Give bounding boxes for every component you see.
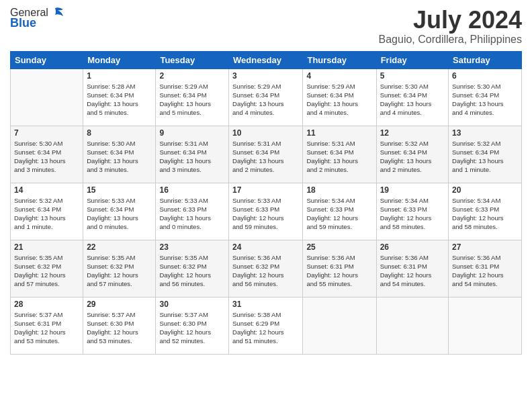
day-number: 30: [159, 300, 225, 309]
day-info: Sunrise: 5:35 AM Sunset: 6:32 PM Dayligh…: [159, 253, 225, 289]
day-info: Sunrise: 5:34 AM Sunset: 6:33 PM Dayligh…: [306, 196, 372, 232]
day-number: 16: [159, 185, 225, 195]
logo-bird-icon: [50, 7, 64, 19]
title-section: July 2024 Baguio, Cordillera, Philippine…: [379, 7, 522, 46]
day-number: 26: [380, 242, 445, 252]
day-info: Sunrise: 5:33 AM Sunset: 6:33 PM Dayligh…: [232, 196, 299, 232]
col-monday: Monday: [83, 51, 156, 68]
table-row: 30Sunrise: 5:37 AM Sunset: 6:30 PM Dayli…: [156, 297, 229, 354]
table-row: 6Sunrise: 5:30 AM Sunset: 6:34 PM Daylig…: [449, 68, 522, 126]
col-wednesday: Wednesday: [229, 51, 303, 68]
day-number: 4: [306, 71, 372, 81]
day-number: 20: [452, 185, 518, 195]
day-number: 11: [306, 128, 372, 138]
day-number: 5: [380, 71, 445, 81]
day-info: Sunrise: 5:36 AM Sunset: 6:31 PM Dayligh…: [452, 253, 518, 289]
day-number: 28: [14, 300, 79, 309]
day-number: 23: [159, 242, 225, 252]
day-info: Sunrise: 5:35 AM Sunset: 6:32 PM Dayligh…: [14, 253, 79, 289]
day-info: Sunrise: 5:36 AM Sunset: 6:31 PM Dayligh…: [380, 253, 445, 289]
calendar-table: Sunday Monday Tuesday Wednesday Thursday…: [10, 51, 522, 355]
day-info: Sunrise: 5:29 AM Sunset: 6:34 PM Dayligh…: [306, 82, 372, 118]
day-info: Sunrise: 5:36 AM Sunset: 6:31 PM Dayligh…: [306, 253, 372, 289]
day-info: Sunrise: 5:34 AM Sunset: 6:33 PM Dayligh…: [380, 196, 445, 232]
day-number: 27: [452, 242, 518, 252]
day-number: 25: [306, 242, 372, 252]
table-row: 4Sunrise: 5:29 AM Sunset: 6:34 PM Daylig…: [303, 68, 376, 126]
table-row: 8Sunrise: 5:30 AM Sunset: 6:34 PM Daylig…: [83, 126, 156, 183]
day-info: Sunrise: 5:30 AM Sunset: 6:34 PM Dayligh…: [380, 82, 445, 118]
table-row: 14Sunrise: 5:32 AM Sunset: 6:34 PM Dayli…: [11, 183, 83, 240]
table-row: [11, 68, 83, 126]
day-info: Sunrise: 5:32 AM Sunset: 6:34 PM Dayligh…: [452, 139, 518, 175]
day-number: 3: [232, 71, 299, 81]
table-row: [376, 297, 448, 354]
logo-blue-text: Blue: [10, 16, 36, 30]
table-row: 25Sunrise: 5:36 AM Sunset: 6:31 PM Dayli…: [303, 240, 376, 297]
table-row: 1Sunrise: 5:28 AM Sunset: 6:34 PM Daylig…: [83, 68, 156, 126]
day-number: 31: [232, 300, 299, 309]
day-info: Sunrise: 5:31 AM Sunset: 6:34 PM Dayligh…: [306, 139, 372, 175]
table-row: 18Sunrise: 5:34 AM Sunset: 6:33 PM Dayli…: [303, 183, 376, 240]
day-info: Sunrise: 5:36 AM Sunset: 6:32 PM Dayligh…: [232, 253, 299, 289]
col-sunday: Sunday: [11, 51, 83, 68]
day-number: 13: [452, 128, 518, 138]
col-saturday: Saturday: [449, 51, 522, 68]
day-info: Sunrise: 5:38 AM Sunset: 6:29 PM Dayligh…: [232, 310, 299, 346]
table-row: 9Sunrise: 5:31 AM Sunset: 6:34 PM Daylig…: [156, 126, 229, 183]
table-row: 7Sunrise: 5:30 AM Sunset: 6:34 PM Daylig…: [11, 126, 83, 183]
day-number: 8: [87, 128, 152, 138]
col-tuesday: Tuesday: [156, 51, 229, 68]
col-thursday: Thursday: [303, 51, 376, 68]
table-row: 29Sunrise: 5:37 AM Sunset: 6:30 PM Dayli…: [83, 297, 156, 354]
day-number: 21: [14, 242, 79, 252]
day-info: Sunrise: 5:37 AM Sunset: 6:31 PM Dayligh…: [14, 310, 79, 346]
day-info: Sunrise: 5:29 AM Sunset: 6:34 PM Dayligh…: [159, 82, 225, 118]
day-info: Sunrise: 5:30 AM Sunset: 6:34 PM Dayligh…: [87, 139, 152, 175]
day-info: Sunrise: 5:29 AM Sunset: 6:34 PM Dayligh…: [232, 82, 299, 118]
table-row: 13Sunrise: 5:32 AM Sunset: 6:34 PM Dayli…: [449, 126, 522, 183]
calendar-week-row: 21Sunrise: 5:35 AM Sunset: 6:32 PM Dayli…: [11, 240, 522, 297]
day-info: Sunrise: 5:31 AM Sunset: 6:34 PM Dayligh…: [159, 139, 225, 175]
day-number: 2: [159, 71, 225, 81]
table-row: 27Sunrise: 5:36 AM Sunset: 6:31 PM Dayli…: [449, 240, 522, 297]
table-row: 15Sunrise: 5:33 AM Sunset: 6:34 PM Dayli…: [83, 183, 156, 240]
table-row: 22Sunrise: 5:35 AM Sunset: 6:32 PM Dayli…: [83, 240, 156, 297]
day-info: Sunrise: 5:30 AM Sunset: 6:34 PM Dayligh…: [14, 139, 79, 175]
table-row: 19Sunrise: 5:34 AM Sunset: 6:33 PM Dayli…: [376, 183, 448, 240]
day-info: Sunrise: 5:33 AM Sunset: 6:34 PM Dayligh…: [87, 196, 152, 232]
table-row: 28Sunrise: 5:37 AM Sunset: 6:31 PM Dayli…: [11, 297, 83, 354]
logo: General Blue: [10, 7, 64, 30]
day-info: Sunrise: 5:30 AM Sunset: 6:34 PM Dayligh…: [452, 82, 518, 118]
day-number: 17: [232, 185, 299, 195]
day-info: Sunrise: 5:37 AM Sunset: 6:30 PM Dayligh…: [159, 310, 225, 346]
header: General Blue July 2024 Baguio, Cordiller…: [10, 7, 522, 46]
table-row: 3Sunrise: 5:29 AM Sunset: 6:34 PM Daylig…: [229, 68, 303, 126]
table-row: 16Sunrise: 5:33 AM Sunset: 6:33 PM Dayli…: [156, 183, 229, 240]
calendar-header-row: Sunday Monday Tuesday Wednesday Thursday…: [11, 51, 522, 68]
calendar-week-row: 1Sunrise: 5:28 AM Sunset: 6:34 PM Daylig…: [11, 68, 522, 126]
day-number: 7: [14, 128, 79, 138]
table-row: 5Sunrise: 5:30 AM Sunset: 6:34 PM Daylig…: [376, 68, 448, 126]
table-row: 10Sunrise: 5:31 AM Sunset: 6:34 PM Dayli…: [229, 126, 303, 183]
day-number: 10: [232, 128, 299, 138]
day-number: 1: [87, 71, 152, 81]
table-row: 21Sunrise: 5:35 AM Sunset: 6:32 PM Dayli…: [11, 240, 83, 297]
day-info: Sunrise: 5:31 AM Sunset: 6:34 PM Dayligh…: [232, 139, 299, 175]
table-row: 31Sunrise: 5:38 AM Sunset: 6:29 PM Dayli…: [229, 297, 303, 354]
col-friday: Friday: [376, 51, 448, 68]
day-number: 18: [306, 185, 372, 195]
table-row: 24Sunrise: 5:36 AM Sunset: 6:32 PM Dayli…: [229, 240, 303, 297]
day-info: Sunrise: 5:37 AM Sunset: 6:30 PM Dayligh…: [87, 310, 152, 346]
day-number: 12: [380, 128, 445, 138]
page-container: General Blue July 2024 Baguio, Cordiller…: [0, 0, 532, 361]
table-row: 26Sunrise: 5:36 AM Sunset: 6:31 PM Dayli…: [376, 240, 448, 297]
day-info: Sunrise: 5:32 AM Sunset: 6:34 PM Dayligh…: [14, 196, 79, 232]
day-info: Sunrise: 5:35 AM Sunset: 6:32 PM Dayligh…: [87, 253, 152, 289]
month-title: July 2024: [379, 7, 522, 34]
day-number: 19: [380, 185, 445, 195]
day-number: 24: [232, 242, 299, 252]
day-number: 14: [14, 185, 79, 195]
day-number: 29: [87, 300, 152, 309]
table-row: [449, 297, 522, 354]
